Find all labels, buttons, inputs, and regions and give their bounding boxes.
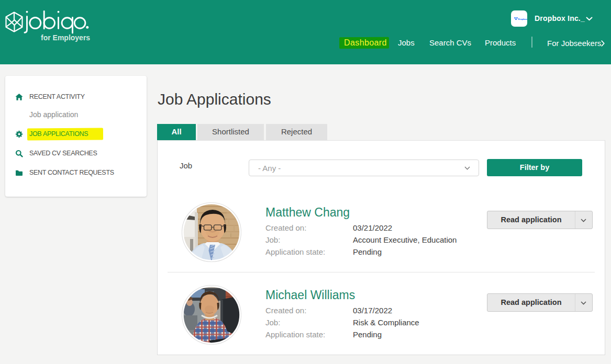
svg-text:Dropbox: Dropbox	[518, 18, 527, 20]
